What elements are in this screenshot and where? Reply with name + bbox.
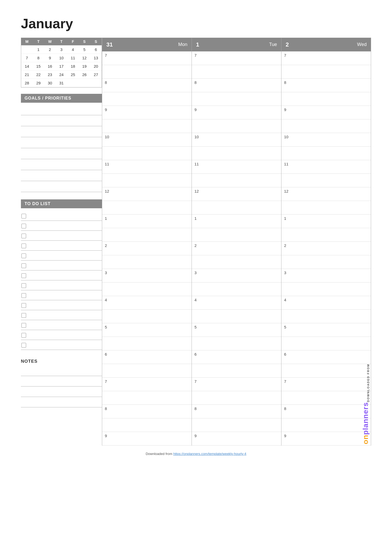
todo-checkbox[interactable] bbox=[21, 333, 26, 338]
notes-line[interactable] bbox=[21, 376, 102, 386]
hour-row[interactable] bbox=[281, 418, 371, 432]
goal-line[interactable] bbox=[21, 182, 102, 192]
hour-row[interactable]: 4 bbox=[192, 296, 281, 310]
hour-row[interactable] bbox=[281, 228, 371, 242]
hour-row[interactable]: 3 bbox=[192, 269, 281, 282]
todo-item[interactable] bbox=[21, 330, 102, 340]
hour-row[interactable]: 7 bbox=[192, 51, 281, 65]
hour-row[interactable]: 10 bbox=[102, 133, 192, 147]
hour-row[interactable]: 11 bbox=[281, 160, 371, 174]
todo-checkbox[interactable] bbox=[21, 253, 26, 258]
todo-checkbox[interactable] bbox=[21, 273, 26, 278]
hour-row[interactable]: 8 bbox=[192, 405, 281, 418]
goal-line[interactable] bbox=[21, 171, 102, 181]
hour-row[interactable] bbox=[281, 255, 371, 269]
hour-row[interactable] bbox=[192, 92, 281, 106]
hour-row[interactable] bbox=[102, 282, 192, 296]
goal-line[interactable] bbox=[21, 138, 102, 148]
todo-item[interactable] bbox=[21, 211, 102, 221]
hour-row[interactable] bbox=[102, 391, 192, 405]
hour-row[interactable] bbox=[281, 310, 371, 323]
hour-row[interactable]: 1 bbox=[192, 215, 281, 228]
todo-checkbox[interactable] bbox=[21, 323, 26, 328]
notes-line[interactable] bbox=[21, 397, 102, 407]
hour-row[interactable]: 8 bbox=[102, 79, 192, 92]
goal-line[interactable] bbox=[21, 160, 102, 170]
hour-row[interactable] bbox=[192, 364, 281, 378]
todo-item[interactable] bbox=[21, 231, 102, 241]
hour-row[interactable] bbox=[192, 310, 281, 323]
hour-row[interactable]: 8 bbox=[102, 405, 192, 418]
hour-row[interactable] bbox=[192, 228, 281, 242]
todo-checkbox[interactable] bbox=[21, 313, 26, 318]
hour-row[interactable]: 8 bbox=[281, 405, 371, 418]
hour-row[interactable]: 5 bbox=[192, 323, 281, 337]
hour-row[interactable] bbox=[281, 92, 371, 106]
hour-row[interactable] bbox=[192, 147, 281, 160]
hour-row[interactable]: 12 bbox=[192, 187, 281, 201]
hour-row[interactable] bbox=[192, 65, 281, 79]
hour-row[interactable]: 1 bbox=[281, 215, 371, 228]
hour-row[interactable] bbox=[281, 119, 371, 133]
todo-item[interactable] bbox=[21, 280, 102, 290]
goal-line[interactable] bbox=[21, 105, 102, 115]
todo-item[interactable] bbox=[21, 221, 102, 231]
hour-row[interactable]: 5 bbox=[102, 323, 192, 337]
hour-row[interactable]: 7 bbox=[192, 378, 281, 391]
hour-row[interactable]: 10 bbox=[192, 133, 281, 147]
todo-item[interactable] bbox=[21, 290, 102, 300]
todo-checkbox[interactable] bbox=[21, 263, 26, 268]
hour-row[interactable] bbox=[102, 65, 192, 79]
hour-row[interactable] bbox=[281, 364, 371, 378]
hour-row[interactable]: 6 bbox=[102, 350, 192, 364]
todo-item[interactable] bbox=[21, 261, 102, 270]
hour-row[interactable]: 7 bbox=[281, 378, 371, 391]
hour-row[interactable]: 10 bbox=[281, 133, 371, 147]
hour-row[interactable]: 11 bbox=[192, 160, 281, 174]
todo-item[interactable] bbox=[21, 270, 102, 280]
hour-row[interactable] bbox=[192, 337, 281, 350]
hour-row[interactable]: 6 bbox=[192, 350, 281, 364]
hour-row[interactable]: 9 bbox=[102, 106, 192, 119]
todo-checkbox[interactable] bbox=[21, 214, 26, 218]
todo-item[interactable] bbox=[21, 300, 102, 310]
hour-row[interactable]: 9 DOWNLOADED FROM onplanners bbox=[281, 432, 371, 446]
hour-row[interactable] bbox=[102, 174, 192, 187]
hour-row[interactable] bbox=[102, 201, 192, 215]
hour-row[interactable] bbox=[102, 364, 192, 378]
todo-item[interactable] bbox=[21, 320, 102, 330]
notes-line[interactable] bbox=[21, 386, 102, 397]
footer-link[interactable]: https://onplanners.com/template/weekly-h… bbox=[173, 452, 246, 456]
hour-row[interactable] bbox=[192, 391, 281, 405]
hour-row[interactable] bbox=[102, 310, 192, 323]
hour-row[interactable] bbox=[192, 174, 281, 187]
hour-row[interactable]: 2 bbox=[102, 242, 192, 255]
hour-row[interactable]: 3 bbox=[102, 269, 192, 282]
todo-checkbox[interactable] bbox=[21, 234, 26, 238]
hour-row[interactable]: 6 bbox=[281, 350, 371, 364]
hour-row[interactable] bbox=[281, 391, 371, 405]
hour-row[interactable] bbox=[281, 174, 371, 187]
hour-row[interactable]: 9 bbox=[102, 432, 192, 446]
hour-row[interactable]: 1 bbox=[102, 215, 192, 228]
hour-row[interactable]: 5 bbox=[281, 323, 371, 337]
hour-row[interactable] bbox=[102, 418, 192, 432]
hour-row[interactable] bbox=[102, 92, 192, 106]
hour-row[interactable] bbox=[281, 65, 371, 79]
hour-row[interactable]: 9 bbox=[281, 106, 371, 119]
todo-item[interactable] bbox=[21, 251, 102, 261]
todo-item[interactable] bbox=[21, 310, 102, 320]
hour-row[interactable] bbox=[102, 119, 192, 133]
hour-row[interactable] bbox=[102, 337, 192, 350]
todo-checkbox[interactable] bbox=[21, 244, 26, 248]
hour-row[interactable]: 12 bbox=[281, 187, 371, 201]
hour-row[interactable]: 8 bbox=[281, 79, 371, 92]
todo-checkbox[interactable] bbox=[21, 224, 26, 228]
hour-row[interactable] bbox=[281, 201, 371, 215]
hour-row[interactable] bbox=[102, 255, 192, 269]
todo-item[interactable] bbox=[21, 340, 102, 350]
goal-line[interactable] bbox=[21, 116, 102, 126]
hour-row[interactable] bbox=[192, 119, 281, 133]
goal-line[interactable] bbox=[21, 127, 102, 137]
todo-item[interactable] bbox=[21, 241, 102, 251]
